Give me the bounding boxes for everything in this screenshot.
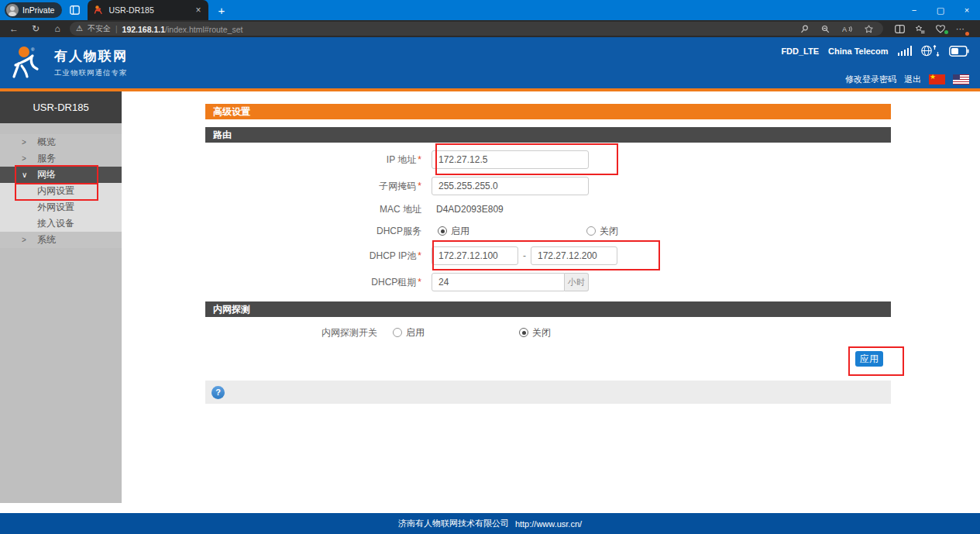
- sidebar-item-label: 内网设置: [37, 184, 74, 198]
- collections-icon[interactable]: [910, 25, 930, 33]
- sidebar-item-system[interactable]: > 系统: [0, 232, 122, 248]
- page-title: 高级设置: [205, 104, 891, 119]
- dhcp-service-label: DHCP服务: [377, 226, 421, 236]
- new-tab-button[interactable]: +: [218, 5, 225, 16]
- site-footer: 济南有人物联网技术有限公司 http://www.usr.cn/: [0, 513, 980, 534]
- tab-title: USR-DR185: [108, 5, 188, 15]
- tab-usr-dr185[interactable]: USR-DR185 ×: [88, 0, 208, 20]
- help-bar: ?: [205, 381, 891, 404]
- back-icon[interactable]: ←: [5, 21, 23, 36]
- chevron-down-icon: ∨: [22, 171, 37, 179]
- device-name: USR-DR185: [0, 91, 122, 123]
- help-icon[interactable]: ?: [211, 386, 225, 399]
- required-asterisk: *: [418, 154, 421, 165]
- sidebar-item-services[interactable]: > 服务: [0, 150, 122, 167]
- range-separator: -: [523, 250, 526, 261]
- form-row-dhcp-pool: DHCP IP池* -: [205, 246, 891, 265]
- sidebar-item-label: 外网设置: [37, 201, 74, 214]
- form-row-mac-address: MAC 地址 D4AD2093E809: [205, 202, 891, 217]
- tab-close-icon[interactable]: ×: [194, 5, 202, 15]
- ip-address-label: IP 地址: [387, 154, 416, 165]
- footer-website-link[interactable]: http://www.usr.cn/: [515, 519, 582, 529]
- dhcp-enable-radio[interactable]: [438, 226, 447, 236]
- browser-toolbar: ← ↻ ⌂ ⚠ 不安全 | 192.168.1.1/index.html#rou…: [0, 20, 980, 37]
- form-row-dhcp-lease: DHCP租期* 小时: [205, 273, 891, 291]
- section-title-route: 路由: [205, 127, 891, 143]
- registered-mark: ®: [31, 47, 35, 52]
- language-chinese-flag[interactable]: [929, 74, 945, 84]
- favorite-star-icon[interactable]: [861, 25, 877, 33]
- sidebar-item-network[interactable]: ∨ 网络: [0, 167, 122, 183]
- battery-icon: [949, 46, 969, 57]
- required-asterisk: *: [418, 250, 421, 261]
- sidebar-item-label: 接入设备: [37, 217, 74, 230]
- address-divider: |: [115, 25, 118, 33]
- ip-address-input[interactable]: [432, 150, 589, 169]
- dhcp-pool-label: DHCP IP池: [370, 250, 416, 261]
- sidebar-item-label: 概览: [37, 136, 56, 149]
- probe-enable-label: 启用: [406, 326, 425, 339]
- apply-button[interactable]: 应用: [855, 351, 883, 367]
- sidebar-nav: USR-DR185 > 概览 > 服务 ∨ 网络 内网设置: [0, 91, 122, 503]
- probe-switch-label: 内网探测开关: [322, 327, 377, 338]
- browser-essentials-icon[interactable]: [930, 25, 951, 33]
- logout-link[interactable]: 退出: [904, 74, 921, 85]
- dhcp-disable-radio[interactable]: [586, 226, 596, 236]
- url-host: 192.168.1.1: [122, 25, 165, 34]
- settings-more-icon[interactable]: ⋯: [951, 24, 970, 34]
- network-mode: FDD_LTE: [781, 47, 819, 56]
- minimize-button[interactable]: −: [901, 0, 927, 20]
- close-button[interactable]: ×: [954, 0, 980, 20]
- sidebar-item-connected-devices[interactable]: 接入设备: [0, 215, 122, 232]
- form-row-probe-switch: 内网探测开关 启用 关闭: [205, 325, 891, 340]
- tab-actions-menu-icon[interactable]: [70, 5, 80, 15]
- home-icon[interactable]: ⌂: [48, 21, 67, 36]
- usr-person-logo-icon: ®: [11, 46, 46, 80]
- sidebar-item-overview[interactable]: > 概览: [0, 134, 122, 150]
- dhcp-lease-input[interactable]: [432, 273, 565, 291]
- connection-status: FDD_LTE China Telecom: [781, 45, 969, 57]
- change-password-link[interactable]: 修改登录密码: [845, 74, 896, 85]
- subnet-mask-label: 子网掩码: [379, 181, 416, 191]
- read-aloud-icon[interactable]: A: [838, 25, 856, 33]
- address-bar[interactable]: ⚠ 不安全 | 192.168.1.1/index.html#route_set…: [70, 22, 883, 36]
- url-path: /index.html#route_set: [165, 25, 242, 34]
- window-controls: − ▢ ×: [901, 0, 980, 20]
- brand-title: 有人物联网: [54, 47, 128, 65]
- language-english-flag[interactable]: [953, 74, 969, 84]
- toolbar-right-icons: ⋯: [889, 24, 970, 34]
- dhcp-pool-start-input[interactable]: [432, 246, 518, 265]
- sidebar-item-label: 系统: [37, 233, 56, 246]
- probe-enable-radio[interactable]: [393, 328, 402, 337]
- form-row-dhcp-service: DHCP服务 启用 关闭: [205, 223, 891, 239]
- probe-disable-radio[interactable]: [519, 328, 528, 337]
- split-screen-icon[interactable]: [889, 25, 910, 33]
- site-header: ® 有人物联网 工业物联网通信专家 FDD_LTE China Telecom …: [0, 37, 980, 91]
- tab-favicon: [94, 5, 103, 15]
- main-panel: 高级设置 路由 IP 地址* 子网掩码* MAC 地址 D4AD2093E809…: [122, 91, 980, 510]
- dhcp-enable-label: 启用: [451, 225, 469, 238]
- apply-row: 应用: [205, 351, 891, 368]
- dhcp-pool-end-input[interactable]: [531, 246, 617, 265]
- sidebar-item-wan-settings[interactable]: 外网设置: [0, 199, 122, 215]
- mac-address-label: MAC 地址: [380, 204, 421, 215]
- sidebar-item-lan-settings[interactable]: 内网设置: [0, 183, 122, 199]
- mac-address-value: D4AD2093E809: [432, 204, 504, 215]
- search-icon[interactable]: [796, 25, 813, 33]
- chevron-right-icon: >: [22, 236, 37, 244]
- signal-strength-icon: [898, 46, 913, 56]
- brand-subtitle: 工业物联网通信专家: [54, 68, 128, 78]
- more-notification-dot: [965, 32, 969, 36]
- sidebar-item-label: 服务: [37, 152, 56, 165]
- inprivate-label: InPrivate: [22, 5, 54, 15]
- footer-company: 济南有人物联网技术有限公司: [398, 518, 509, 529]
- inprivate-badge[interactable]: InPrivate: [5, 2, 62, 18]
- zoom-out-icon[interactable]: [817, 25, 834, 33]
- refresh-icon[interactable]: ↻: [26, 21, 45, 36]
- probe-disable-label: 关闭: [532, 326, 551, 339]
- dhcp-lease-label: DHCP租期: [371, 277, 416, 288]
- dhcp-lease-unit: 小时: [565, 273, 589, 291]
- subnet-mask-input[interactable]: [432, 177, 589, 195]
- required-asterisk: *: [418, 277, 421, 288]
- maximize-button[interactable]: ▢: [927, 0, 954, 20]
